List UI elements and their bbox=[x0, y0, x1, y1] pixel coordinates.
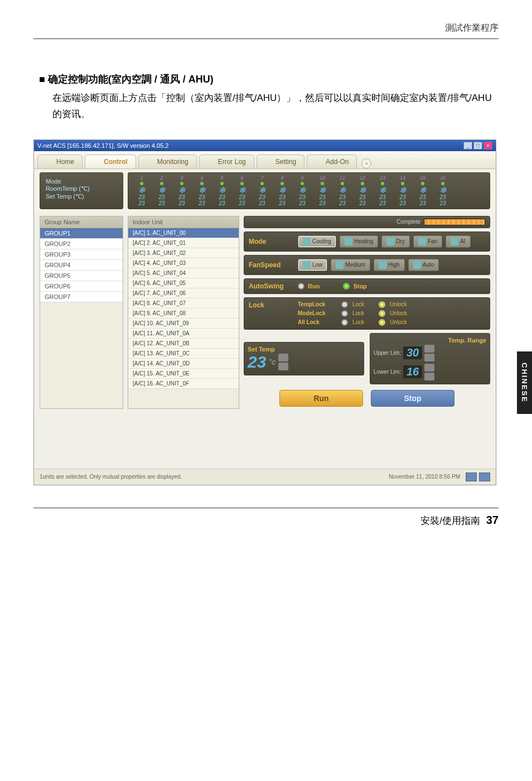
mode-control-label: Mode bbox=[249, 238, 293, 245]
run-button[interactable]: Run bbox=[279, 390, 363, 407]
settemp-panel: Set Temp 23 °c bbox=[244, 342, 364, 375]
progress-bar bbox=[424, 219, 485, 225]
unit-col-15[interactable]: 15❄2323 bbox=[413, 175, 433, 206]
fan-option-high[interactable]: High bbox=[374, 259, 405, 271]
status-bar: 1units are selected. Only mutual propert… bbox=[34, 469, 496, 485]
page-number: 37 bbox=[486, 514, 499, 526]
upper-up-button[interactable] bbox=[424, 345, 434, 353]
indoor-unit-row[interactable]: [A/C] 14. AC_UNIT_0D bbox=[128, 359, 239, 369]
lock-radio[interactable] bbox=[341, 301, 348, 308]
unit-col-12[interactable]: 12❄2323 bbox=[352, 175, 373, 206]
lock-row: TempLockLockUnlock bbox=[298, 301, 485, 308]
group-row[interactable]: GROUP1 bbox=[40, 228, 123, 239]
status-icon-1[interactable] bbox=[466, 473, 477, 481]
unit-col-14[interactable]: 14❄2323 bbox=[393, 175, 413, 206]
tab-bar: HomeControlMonitoringError LogSettingAdd… bbox=[34, 151, 496, 169]
mode-option-heating[interactable]: Heating bbox=[340, 235, 378, 248]
unit-col-1[interactable]: 1❄2323 bbox=[132, 175, 152, 206]
roomtemp-label: RoomTemp (℃) bbox=[46, 185, 90, 192]
mode-option-ai[interactable]: AI bbox=[446, 235, 470, 248]
fan-option-auto[interactable]: Auto bbox=[408, 259, 439, 271]
unit-col-9[interactable]: 9❄2323 bbox=[292, 175, 312, 206]
unlock-radio[interactable] bbox=[379, 319, 385, 326]
section-heading: ■ 确定控制功能(室內空調 / 通风 / AHU) bbox=[39, 73, 499, 86]
indoor-unit-row[interactable]: [A/C] 4. AC_UNIT_03 bbox=[128, 258, 239, 268]
status-icon-2[interactable] bbox=[479, 473, 490, 481]
indoor-unit-row[interactable]: [A/C] 5. AC_UNIT_04 bbox=[128, 268, 239, 278]
language-side-tab: CHINESE bbox=[517, 351, 532, 414]
unit-col-2[interactable]: 2❄2323 bbox=[152, 175, 172, 206]
upper-down-button[interactable] bbox=[424, 354, 434, 361]
group-row[interactable]: GROUP6 bbox=[40, 281, 123, 292]
settemp-label: Set Temp (℃) bbox=[46, 193, 84, 200]
mode-option-cooling[interactable]: Cooling bbox=[298, 235, 336, 248]
add-tab-button[interactable]: + bbox=[361, 158, 371, 168]
tab-home[interactable]: Home bbox=[37, 155, 83, 168]
group-row[interactable]: GROUP2 bbox=[40, 239, 123, 249]
unit-col-3[interactable]: 3❄2323 bbox=[172, 175, 192, 206]
indoor-unit-row[interactable]: [A/C] 10. AC_UNIT_09 bbox=[128, 319, 239, 329]
fan-option-medium[interactable]: Medium bbox=[331, 259, 370, 271]
close-button[interactable]: × bbox=[483, 142, 492, 150]
unlock-radio[interactable] bbox=[379, 301, 385, 308]
group-row[interactable]: GROUP4 bbox=[40, 260, 123, 271]
group-row[interactable]: GROUP5 bbox=[40, 271, 123, 281]
maximize-button[interactable]: □ bbox=[473, 142, 482, 150]
unit-col-16[interactable]: 16❄2323 bbox=[433, 175, 453, 206]
indoor-unit-row[interactable]: [A/C] 7. AC_UNIT_06 bbox=[128, 288, 239, 298]
unit-col-10[interactable]: 10❄2323 bbox=[312, 175, 332, 206]
window-titlebar: V-net ACS [165.186.42.171], S/W version … bbox=[34, 140, 496, 151]
fan-option-low[interactable]: Low bbox=[298, 259, 327, 271]
indoor-unit-row[interactable]: [A/C] 11. AC_UNIT_0A bbox=[128, 329, 239, 339]
indoor-unit-row[interactable]: [A/C] 13. AC_UNIT_0C bbox=[128, 349, 239, 359]
indoor-unit-row[interactable]: [A/C] 16. AC_UNIT_0F bbox=[128, 379, 239, 389]
window-title: V-net ACS [165.186.42.171], S/W version … bbox=[37, 142, 168, 149]
lower-up-button[interactable] bbox=[424, 364, 434, 372]
unit-status-strip: 1❄23232❄23233❄23234❄23235❄23236❄23237❄23… bbox=[128, 172, 490, 209]
unlock-radio[interactable] bbox=[379, 310, 385, 317]
mode-option-fan[interactable]: Fan bbox=[413, 235, 442, 248]
settemp-down-button[interactable] bbox=[278, 363, 288, 370]
tab-control[interactable]: Control bbox=[85, 155, 136, 168]
lock-label: Lock bbox=[249, 301, 293, 309]
indoor-unit-row[interactable]: [A/C] 12. AC_UNIT_0B bbox=[128, 339, 239, 349]
group-row[interactable]: GROUP3 bbox=[40, 249, 123, 260]
indoor-unit-row[interactable]: [A/C] 1. AC_UNIT_00 bbox=[128, 228, 239, 238]
mode-control-group: Mode CoolingHeatingDryFanAI bbox=[244, 232, 490, 252]
unit-col-8[interactable]: 8❄2323 bbox=[272, 175, 292, 206]
unit-col-7[interactable]: 7❄2323 bbox=[252, 175, 272, 206]
settemp-up-button[interactable] bbox=[278, 354, 288, 361]
lock-radio[interactable] bbox=[341, 319, 348, 326]
indoor-unit-row[interactable]: [A/C] 9. AC_UNIT_08 bbox=[128, 308, 239, 319]
indoor-unit-row[interactable]: [A/C] 3. AC_UNIT_02 bbox=[128, 248, 239, 258]
indoor-unit-row[interactable]: [A/C] 8. AC_UNIT_07 bbox=[128, 298, 239, 308]
tab-monitoring[interactable]: Monitoring bbox=[138, 155, 197, 168]
header-section-title: 測試作業程序 bbox=[33, 22, 499, 39]
unit-col-11[interactable]: 11❄2323 bbox=[332, 175, 352, 206]
unit-col-13[interactable]: 13❄2323 bbox=[373, 175, 393, 206]
section-body-text: 在远端诊断页面上方点击「控制（室內装置/排气/AHU）」，然后可以以真实时间确定… bbox=[52, 90, 499, 123]
indoor-unit-row[interactable]: [A/C] 2. AC_UNIT_01 bbox=[128, 238, 239, 248]
mode-option-dry[interactable]: Dry bbox=[381, 235, 410, 248]
tab-setting[interactable]: Setting bbox=[257, 155, 304, 168]
unit-col-4[interactable]: 4❄2323 bbox=[192, 175, 212, 206]
indoor-unit-panel: Indoor Unit [A/C] 1. AC_UNIT_00[A/C] 2. … bbox=[128, 216, 239, 409]
complete-label: Complete bbox=[396, 219, 420, 225]
tab-error-log[interactable]: Error Log bbox=[199, 155, 254, 168]
tab-add-on[interactable]: Add-On bbox=[307, 155, 357, 168]
lock-radio[interactable] bbox=[341, 310, 348, 317]
autoswing-stop-radio[interactable] bbox=[343, 283, 350, 290]
indoor-unit-row[interactable]: [A/C] 15. AC_UNIT_0E bbox=[128, 369, 239, 379]
autoswing-label: AutoSwing bbox=[249, 282, 293, 290]
group-row[interactable]: GROUP7 bbox=[40, 292, 123, 302]
lower-down-button[interactable] bbox=[424, 373, 434, 380]
unit-col-5[interactable]: 5❄2323 bbox=[212, 175, 232, 206]
lock-row: ModeLockLockUnlock bbox=[298, 310, 485, 317]
settemp-value: 23 bbox=[248, 353, 266, 372]
indoor-unit-row[interactable]: [A/C] 6. AC_UNIT_05 bbox=[128, 278, 239, 288]
autoswing-run-radio[interactable] bbox=[298, 283, 304, 290]
stop-button[interactable]: Stop bbox=[371, 390, 454, 407]
autoswing-stop-label: Stop bbox=[353, 283, 366, 290]
unit-col-6[interactable]: 6❄2323 bbox=[232, 175, 252, 206]
minimize-button[interactable]: _ bbox=[463, 142, 472, 150]
